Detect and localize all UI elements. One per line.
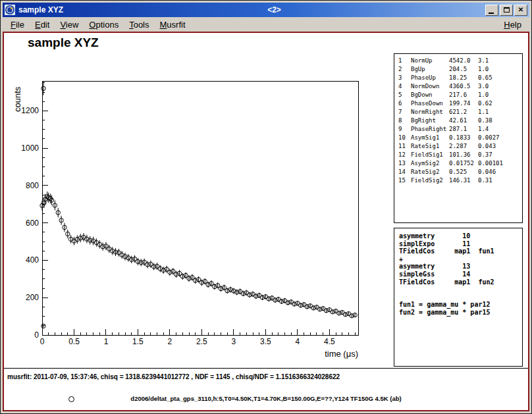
param-row: 11RateSig12.2870.043	[398, 142, 522, 151]
param-row: 15FieldSig2146.310.31	[398, 176, 522, 185]
x-tick-label: 4.5	[324, 337, 335, 346]
menu-edit[interactable]: Edit	[30, 18, 55, 31]
param-row: 9PhaseRight287.11.4	[398, 125, 522, 134]
plot-area[interactable]: 00.511.522.533.544.502004006008001000120…	[4, 33, 373, 369]
theory-line: asymmetry 10	[399, 232, 522, 240]
minimize-icon	[489, 13, 494, 14]
menu-bar: File Edit View Options Tools Musrfit Hel…	[3, 17, 529, 32]
x-tick-label: 1	[104, 337, 109, 346]
app-window: sample XYZ <2> ✕ File Edit View Options …	[0, 0, 532, 414]
parameter-rows: 1NormUp4542.03.12BgUp204.51.03PhaseUp18.…	[398, 57, 522, 185]
theory-line: simplExpo 11	[399, 240, 522, 248]
theory-line: fun1 = gamma_mu * par12	[399, 301, 522, 309]
param-row: 12FieldSig1101.360.37	[398, 151, 522, 159]
menu-view[interactable]: View	[55, 18, 84, 31]
x-tick-label: 0	[40, 337, 45, 346]
param-row: 1NormUp4542.03.1	[398, 57, 522, 65]
param-row: 8BgRight42.610.38	[398, 116, 522, 125]
fit-status-text: musrfit: 2011-07-09, 15:37:46, chisq = 1…	[7, 373, 340, 380]
theory-line	[399, 294, 522, 301]
theory-line: +	[399, 255, 522, 263]
x-tick-label: 2	[168, 337, 173, 346]
app-icon[interactable]	[5, 5, 15, 15]
y-axis-title: counts	[13, 86, 22, 112]
param-row: 10AsymSig10.18330.0027	[398, 134, 522, 142]
y-tick-label: 1200	[21, 106, 39, 115]
menu-file[interactable]: File	[5, 18, 30, 31]
root-canvas[interactable]: sample XYZ 00.511.522.533.544.5020040060…	[3, 32, 529, 411]
theory-line: fun2 = gamma_mu * par15	[399, 309, 522, 317]
window-title: sample XYZ	[18, 5, 63, 14]
x-axis-title: time (μs)	[325, 349, 358, 359]
maximize-icon	[504, 7, 510, 13]
param-row: 6PhaseDown199.740.62	[398, 99, 522, 108]
close-icon: ✕	[518, 7, 523, 13]
menu-tools[interactable]: Tools	[124, 18, 154, 31]
theory-line: TFieldCos map1 fun2	[399, 278, 522, 286]
param-row: 3PhaseUp18.250.65	[398, 74, 522, 82]
x-tick-label: 1.5	[132, 337, 144, 346]
theory-line: TFieldCos map1 fun1	[399, 247, 522, 255]
plot-frame	[42, 81, 358, 335]
window-controls: ✕	[485, 5, 527, 16]
status-divider	[4, 368, 528, 369]
param-row: 14RateSig20.5250.046	[398, 168, 522, 176]
param-row: 2BgUp204.51.0	[398, 65, 522, 74]
menu-options[interactable]: Options	[84, 18, 124, 31]
y-tick-label: 1000	[21, 143, 39, 153]
close-button[interactable]: ✕	[514, 5, 527, 16]
x-tick-label: 3	[232, 337, 236, 346]
y-tick-label: 800	[26, 181, 39, 190]
x-tick-label: 2.5	[196, 337, 207, 346]
legend-row: d2006/deltat_pta_gps_3110,h:5,T0=4.50K,T…	[4, 394, 528, 404]
minimize-button[interactable]	[485, 5, 498, 16]
y-tick-label: 200	[26, 293, 39, 302]
maximize-button[interactable]	[500, 5, 513, 16]
parameter-box: 1NormUp4542.03.12BgUp204.51.03PhaseUp18.…	[394, 53, 523, 223]
theory-line	[399, 286, 522, 294]
window-center-label: <2>	[63, 5, 485, 14]
param-row: 4NormDown4360.53.0	[398, 82, 522, 91]
param-row: 7NormRight621.21.1	[398, 108, 522, 116]
theory-line: simpleGss 14	[399, 271, 522, 278]
x-tick-label: 3.5	[260, 337, 271, 346]
x-tick-label: 4	[296, 337, 300, 346]
y-tick-label: 0	[34, 330, 39, 340]
legend-open-circle-icon	[68, 396, 74, 402]
menu-musrfit[interactable]: Musrfit	[155, 18, 191, 31]
title-bar[interactable]: sample XYZ <2> ✕	[3, 3, 529, 17]
legend-text: d2006/deltat_pta_gps_3110,h:5,T0=4.50K,T…	[4, 394, 528, 404]
param-row: 5BgDown217.61.0	[398, 91, 522, 99]
x-tick-label: 0.5	[68, 337, 80, 346]
theory-box: asymmetry 10simplExpo 11TFieldCos map1 f…	[394, 228, 523, 367]
theory-line: asymmetry 13	[399, 263, 522, 271]
param-row: 13AsymSig20.017520.00101	[398, 159, 522, 168]
theory-lines: asymmetry 10simplExpo 11TFieldCos map1 f…	[399, 232, 522, 317]
menu-help[interactable]: Help	[498, 18, 527, 31]
y-tick-label: 400	[26, 255, 39, 265]
y-tick-label: 600	[26, 219, 39, 228]
